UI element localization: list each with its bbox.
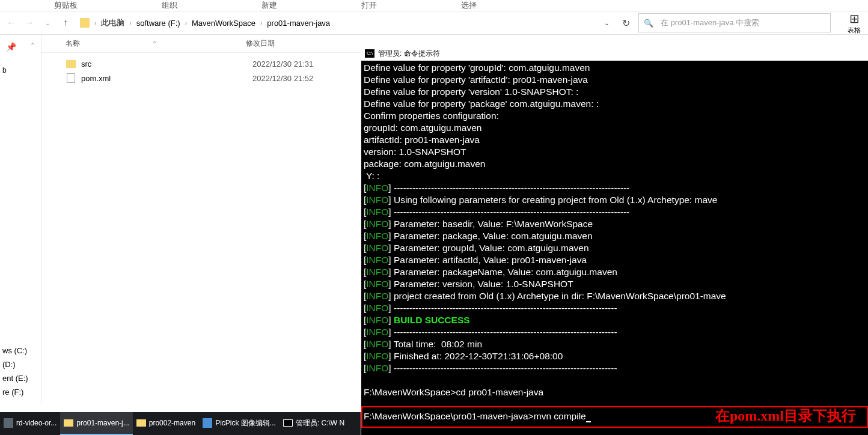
taskbar: rd-video-or... pro01-maven-j... pro002-m… bbox=[0, 412, 361, 435]
dropdown-button[interactable]: ⌄ bbox=[598, 14, 616, 32]
folder-icon bbox=[66, 58, 76, 69]
file-date: 2022/12/30 21:52 bbox=[252, 74, 313, 83]
recent-dropdown[interactable]: ⌄ bbox=[38, 14, 57, 32]
cmd-icon bbox=[283, 419, 293, 427]
refresh-button[interactable]: ↻ bbox=[617, 14, 635, 32]
terminal-body[interactable]: Define value for property 'groupId': com… bbox=[361, 61, 868, 424]
terminal-title: 管理员: 命令提示符 bbox=[378, 47, 440, 59]
file-date: 2022/12/30 21:31 bbox=[252, 59, 313, 68]
search-placeholder: 在 pro01-maven-java 中搜索 bbox=[661, 17, 759, 28]
pin-row[interactable]: 📌⌃ bbox=[0, 41, 41, 53]
forward-button: → bbox=[20, 14, 38, 32]
ribbon-tab-organize[interactable]: 组织 bbox=[120, 0, 219, 11]
view-panel[interactable]: ⊞ 表格 bbox=[843, 11, 866, 35]
terminal-line: [INFO] Parameter: packageName, Value: co… bbox=[364, 266, 866, 278]
file-name: src bbox=[81, 59, 252, 68]
folder-icon bbox=[80, 18, 90, 28]
ribbon-tab-new[interactable]: 新建 bbox=[219, 0, 319, 11]
terminal-line: [INFO] Parameter: basedir, Value: F:\Mav… bbox=[364, 218, 866, 230]
drive-e[interactable]: ent (E:) bbox=[0, 371, 41, 385]
app-icon bbox=[4, 418, 13, 428]
column-modified[interactable]: 修改日期 bbox=[246, 38, 366, 49]
breadcrumb-drive[interactable]: software (F:) bbox=[134, 17, 183, 29]
folder-icon bbox=[64, 419, 73, 427]
ribbon-tab-select[interactable]: 选择 bbox=[419, 0, 519, 11]
terminal-line: [INFO] BUILD SUCCESS bbox=[364, 314, 866, 326]
file-icon bbox=[66, 73, 76, 84]
terminal-line: package: com.atguigu.maven bbox=[364, 158, 866, 170]
terminal-line: [INFO] Total time: 08:02 min bbox=[364, 338, 866, 350]
terminal-line: Define value for property 'version' 1.0-… bbox=[364, 86, 866, 98]
column-name[interactable]: 名称 bbox=[66, 38, 80, 49]
chevron-right-icon[interactable]: › bbox=[260, 20, 262, 26]
annotation-text: 在pom.xml目录下执行 bbox=[715, 406, 856, 425]
chevron-right-icon[interactable]: › bbox=[129, 20, 131, 26]
cmd-icon: C:\ bbox=[365, 49, 374, 58]
breadcrumb-folder1[interactable]: MavenWorkSpace bbox=[189, 17, 258, 29]
taskbar-item[interactable]: pro002-maven bbox=[133, 412, 199, 435]
ribbon-tab-open[interactable]: 打开 bbox=[319, 0, 419, 11]
up-button[interactable]: ↑ bbox=[57, 14, 75, 32]
drive-d[interactable]: (D:) bbox=[0, 357, 41, 371]
terminal-line: Define value for property 'package' com.… bbox=[364, 98, 866, 110]
ribbon-tabs: 剪贴板 组织 新建 打开 选择 bbox=[0, 0, 868, 11]
breadcrumb-pc[interactable]: 此电脑 bbox=[99, 16, 127, 29]
address-bar: ← → ⌄ ↑ › 此电脑 › software (F:) › MavenWor… bbox=[0, 11, 868, 35]
terminal-line: [INFO] ---------------------------------… bbox=[364, 362, 866, 374]
terminal-line bbox=[364, 374, 866, 386]
terminal-line: Confirm properties configuration: bbox=[364, 110, 866, 122]
taskbar-item[interactable]: pro01-maven-j... bbox=[60, 412, 132, 435]
chevron-down-icon[interactable]: ⌃ bbox=[152, 40, 157, 47]
command-prompt-window[interactable]: C:\ 管理员: 命令提示符 Define value for property… bbox=[361, 46, 868, 435]
drive-f[interactable]: re (F:) bbox=[0, 385, 41, 399]
grid-icon: ⊞ bbox=[849, 11, 860, 26]
breadcrumb-folder2[interactable]: pro01-maven-java bbox=[264, 17, 332, 29]
drive-c[interactable]: ws (C:) bbox=[0, 344, 41, 357]
cursor bbox=[586, 421, 591, 422]
taskbar-item[interactable]: PicPick 图像编辑... bbox=[199, 412, 280, 435]
chevron-right-icon[interactable]: › bbox=[94, 20, 96, 26]
terminal-prompt: F:\MavenWorkSpace>cd pro01-maven-java bbox=[364, 386, 866, 398]
sidebar-item[interactable]: b bbox=[0, 65, 41, 76]
terminal-line: [INFO] ---------------------------------… bbox=[364, 182, 866, 194]
terminal-line: Define value for property 'artifactId': … bbox=[364, 74, 866, 86]
terminal-line: [INFO] Parameter: groupId, Value: com.at… bbox=[364, 242, 866, 254]
terminal-line: Define value for property 'groupId': com… bbox=[364, 62, 866, 74]
view-label: 表格 bbox=[848, 26, 861, 35]
chevron-right-icon[interactable]: › bbox=[185, 20, 187, 26]
file-name: pom.xml bbox=[81, 74, 252, 83]
terminal-line: [INFO] ---------------------------------… bbox=[364, 206, 866, 218]
picpick-icon bbox=[203, 418, 212, 428]
ribbon-tab-clipboard[interactable]: 剪贴板 bbox=[12, 0, 120, 11]
terminal-line: [INFO] Finished at: 2022-12-30T21:31:06+… bbox=[364, 350, 866, 362]
search-input[interactable]: 🔍 在 pro01-maven-java 中搜索 bbox=[638, 13, 831, 32]
terminal-line: Y: : bbox=[364, 170, 866, 182]
folder-icon bbox=[136, 419, 146, 427]
terminal-titlebar[interactable]: C:\ 管理员: 命令提示符 bbox=[361, 46, 868, 61]
terminal-line: [INFO] Parameter: artifactId, Value: pro… bbox=[364, 254, 866, 266]
chevron-down-icon: ⌃ bbox=[30, 42, 35, 52]
back-button[interactable]: ← bbox=[2, 14, 20, 32]
pin-icon: 📌 bbox=[6, 42, 16, 52]
breadcrumb[interactable]: › 此电脑 › software (F:) › MavenWorkSpace ›… bbox=[75, 13, 594, 32]
taskbar-item[interactable]: rd-video-or... bbox=[0, 412, 60, 435]
terminal-line: [INFO] ---------------------------------… bbox=[364, 326, 866, 338]
terminal-line: artifactId: pro01-maven-java bbox=[364, 134, 866, 146]
taskbar-item[interactable]: 管理员: C:\W N bbox=[280, 412, 348, 435]
terminal-line: [INFO] ---------------------------------… bbox=[364, 302, 866, 314]
terminal-line: [INFO] Using following parameters for cr… bbox=[364, 194, 866, 206]
terminal-line: [INFO] Parameter: package, Value: com.at… bbox=[364, 230, 866, 242]
drive-list: ws (C:) (D:) ent (E:) re (F:) bbox=[0, 344, 41, 399]
terminal-line: version: 1.0-SNAPSHOT bbox=[364, 146, 866, 158]
search-icon: 🔍 bbox=[644, 19, 653, 28]
terminal-line: groupId: com.atguigu.maven bbox=[364, 122, 866, 134]
terminal-line: [INFO] project created from Old (1.x) Ar… bbox=[364, 290, 866, 302]
terminal-line: [INFO] Parameter: version, Value: 1.0-SN… bbox=[364, 278, 866, 290]
